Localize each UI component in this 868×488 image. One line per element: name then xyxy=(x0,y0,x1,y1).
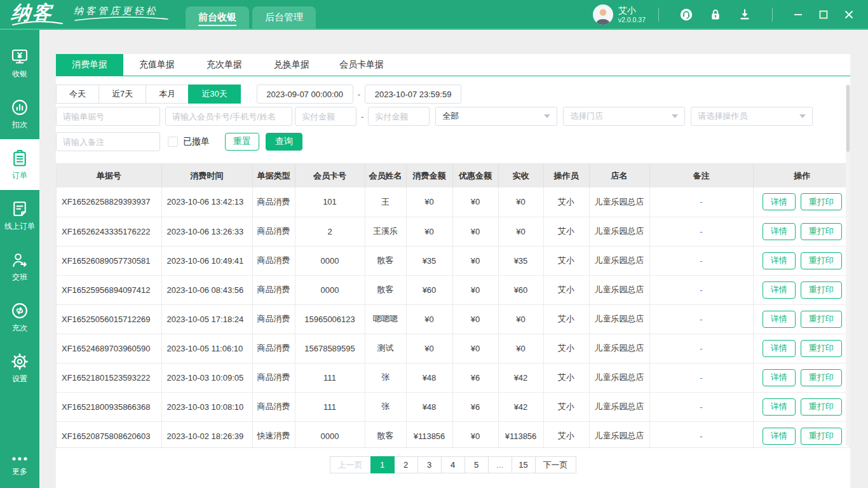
cell-amount: ¥0 xyxy=(406,304,452,334)
cell-paid: ¥113856 xyxy=(498,421,543,448)
customer-service-icon[interactable] xyxy=(679,7,694,22)
scrollbar-track[interactable] xyxy=(846,84,850,446)
tab-充值单据[interactable]: 充值单据 xyxy=(123,54,191,76)
tab-会员卡单据[interactable]: 会员卡单据 xyxy=(325,54,398,76)
detail-button[interactable]: 详情 xyxy=(763,311,796,328)
reset-button[interactable]: 重置 xyxy=(225,133,259,151)
sidebar-item-label: 线上订单 xyxy=(4,221,35,232)
sidebar-item-交班[interactable]: 交班 xyxy=(0,241,39,292)
download-icon[interactable] xyxy=(737,7,752,22)
avatar xyxy=(593,4,613,25)
detail-button[interactable]: 详情 xyxy=(763,252,796,269)
amount-max-input[interactable] xyxy=(368,107,430,126)
cell-remark: - xyxy=(649,421,753,448)
sidebar-item-线上订单[interactable]: 线上订单 xyxy=(0,190,39,241)
amount-min-input[interactable] xyxy=(295,107,356,126)
cell-operator: 艾小 xyxy=(543,304,589,334)
cell-paid: ¥0 xyxy=(498,334,543,363)
reprint-button[interactable]: 重打印 xyxy=(801,428,842,445)
header-tab-后台管理[interactable]: 后台管理 xyxy=(252,6,316,29)
maximize-button[interactable] xyxy=(813,4,834,25)
page-button-2[interactable]: 2 xyxy=(394,456,418,473)
order-type-select[interactable]: 全部 xyxy=(435,107,557,126)
date-to-input[interactable] xyxy=(365,85,461,104)
cell-discount: ¥0 xyxy=(452,187,498,217)
cell-remark: - xyxy=(649,217,753,246)
main-panel: 消费单据充值单据充次单据兑换单据会员卡单据 今天近7天本月近30天 - - 全部 xyxy=(56,54,850,488)
page-button-1[interactable]: 1 xyxy=(370,456,395,473)
reprint-button[interactable]: 重打印 xyxy=(801,281,842,299)
reprint-button[interactable]: 重打印 xyxy=(801,340,842,357)
lock-icon[interactable] xyxy=(708,7,723,22)
reprint-button[interactable]: 重打印 xyxy=(801,311,842,328)
detail-button[interactable]: 详情 xyxy=(763,281,796,299)
page-ellipsis[interactable]: ... xyxy=(488,456,512,473)
table-row: XF165262588293939372023-10-06 13:42:13商品… xyxy=(57,187,850,217)
next-page-button[interactable]: 下一页 xyxy=(535,456,576,473)
detail-button[interactable]: 详情 xyxy=(763,369,796,386)
page-button-3[interactable]: 3 xyxy=(417,456,442,473)
detail-button[interactable]: 详情 xyxy=(763,398,796,416)
user-menu[interactable]: 艾小 v2.0.0.37 xyxy=(593,4,646,25)
cell-amount: ¥0 xyxy=(406,334,452,363)
tab-消费单据[interactable]: 消费单据 xyxy=(56,54,123,76)
cell-actions: 详情重打印 xyxy=(753,187,850,217)
tab-充次单据[interactable]: 充次单据 xyxy=(191,54,258,76)
detail-button[interactable]: 详情 xyxy=(763,428,796,445)
scrollbar-thumb[interactable] xyxy=(846,85,850,152)
column-header-优惠金额: 优惠金额 xyxy=(452,164,498,187)
cell-paid: ¥0 xyxy=(498,217,543,246)
reprint-button[interactable]: 重打印 xyxy=(801,252,842,269)
cell-discount: ¥6 xyxy=(452,392,498,421)
store-select[interactable]: 选择门店 xyxy=(563,107,685,126)
order-no-input[interactable] xyxy=(56,107,160,126)
operator-select[interactable]: 请选择操作员 xyxy=(691,107,813,126)
quick-range-近30天[interactable]: 近30天 xyxy=(188,85,240,104)
divider xyxy=(658,8,659,22)
cell-amount: ¥35 xyxy=(406,246,452,275)
reprint-button[interactable]: 重打印 xyxy=(801,369,842,386)
tab-兑换单据[interactable]: 兑换单据 xyxy=(258,54,325,76)
minimize-button[interactable] xyxy=(787,4,809,25)
cell-operator: 艾小 xyxy=(543,363,589,392)
date-from-input[interactable] xyxy=(257,85,353,104)
filters: 今天近7天本月近30天 - - 全部 选择门店 xyxy=(56,85,850,151)
page-button-15[interactable]: 15 xyxy=(512,456,536,473)
header-tab-前台收银[interactable]: 前台收银 xyxy=(186,6,249,29)
sidebar-item-充次[interactable]: 充次 xyxy=(0,292,39,342)
sidebar-item-订单[interactable]: 订单 xyxy=(0,139,39,190)
reprint-button[interactable]: 重打印 xyxy=(801,223,842,240)
quick-range-本月[interactable]: 本月 xyxy=(146,85,189,104)
cell-order-no: XF16524689703960590 xyxy=(57,334,161,363)
page-button-5[interactable]: 5 xyxy=(465,456,489,473)
cell-paid: ¥35 xyxy=(498,246,543,275)
sidebar-item-设置[interactable]: 设置 xyxy=(0,342,39,393)
reprint-button[interactable]: 重打印 xyxy=(801,193,842,210)
document-tabs: 消费单据充值单据充次单据兑换单据会员卡单据 xyxy=(56,54,850,76)
cell-time: 2023-10-06 13:26:33 xyxy=(161,217,252,246)
detail-button[interactable]: 详情 xyxy=(763,223,796,240)
cell-order-no: XF16525056015712269 xyxy=(57,304,161,334)
reprint-button[interactable]: 重打印 xyxy=(801,398,842,416)
column-header-店名: 店名 xyxy=(589,164,649,187)
cell-remark: - xyxy=(649,246,753,275)
cell-discount: ¥0 xyxy=(452,334,498,363)
query-button[interactable]: 查询 xyxy=(266,133,302,151)
detail-button[interactable]: 详情 xyxy=(763,193,796,210)
cell-order-type: 商品消费 xyxy=(252,217,295,246)
quick-range-今天[interactable]: 今天 xyxy=(56,85,99,104)
prev-page-button[interactable]: 上一页 xyxy=(330,456,371,473)
cell-actions: 详情重打印 xyxy=(753,334,850,363)
sidebar-item-收银[interactable]: 收银 xyxy=(0,37,39,88)
page-button-4[interactable]: 4 xyxy=(441,456,465,473)
detail-button[interactable]: 详情 xyxy=(763,340,796,357)
member-search-input[interactable] xyxy=(165,107,292,126)
cell-time: 2023-10-03 10:09:05 xyxy=(161,363,252,392)
close-button[interactable] xyxy=(838,4,860,25)
revoked-checkbox[interactable] xyxy=(168,137,178,147)
sidebar-item-扣次[interactable]: 扣次 xyxy=(0,88,39,139)
quick-range-近7天[interactable]: 近7天 xyxy=(98,85,146,104)
sidebar-item-更多[interactable]: 更多 xyxy=(0,447,39,483)
remark-input[interactable] xyxy=(56,132,160,151)
table-row: XF165246897039605902023-10-05 11:06:10商品… xyxy=(57,334,850,363)
